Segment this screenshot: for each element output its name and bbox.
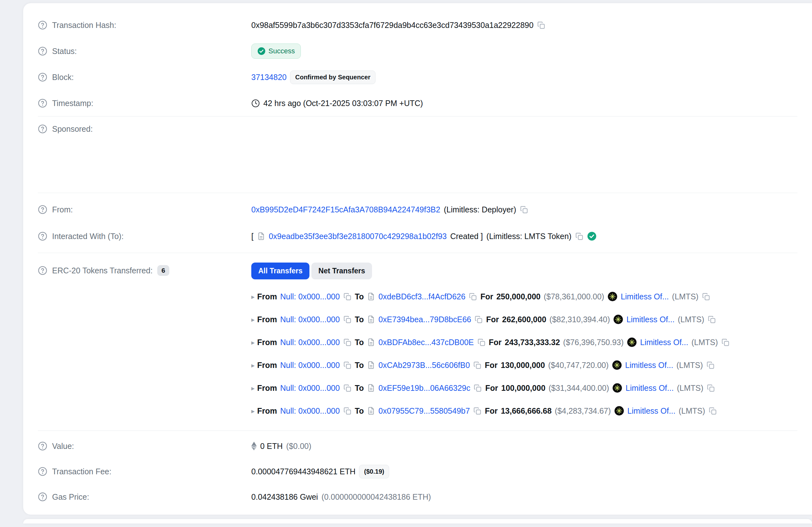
- copy-icon[interactable]: [706, 361, 715, 370]
- copy-icon[interactable]: [708, 315, 716, 324]
- transfer-amount: 13,666,666.68: [501, 406, 551, 416]
- transfer-token-link[interactable]: Limitless Of...: [626, 315, 675, 324]
- gas-price-eth: (0.000000000042438186 ETH): [321, 492, 431, 501]
- copy-icon[interactable]: [343, 338, 352, 347]
- copy-icon[interactable]: [708, 407, 717, 415]
- transfer-token-link[interactable]: Limitless Of...: [625, 361, 673, 370]
- value-label: Value:: [52, 441, 74, 451]
- copy-icon[interactable]: [477, 338, 486, 347]
- token-icon: [627, 337, 637, 347]
- help-icon[interactable]: [38, 231, 47, 241]
- transfer-to-word: To: [355, 292, 364, 301]
- block-row: Block: 37134820 Confirmed by Sequencer: [38, 64, 797, 90]
- transaction-hash-label: Transaction Hash:: [52, 21, 116, 30]
- transfer-for-word: For: [486, 315, 499, 324]
- transfer-row: ▸ From Null: 0x000...000 To 0xEF59e19b..…: [251, 377, 730, 400]
- gas-price-row: Gas Price: 0.042438186 Gwei (0.000000000…: [38, 484, 797, 510]
- status-row: Status: Success: [38, 38, 797, 64]
- expand-arrow-icon: ▸: [251, 339, 255, 346]
- copy-icon[interactable]: [343, 292, 352, 301]
- transfer-from-link[interactable]: Null: 0x000...000: [280, 338, 340, 347]
- token-icon: [612, 360, 622, 370]
- tab-all-transfers[interactable]: All Transfers: [251, 262, 309, 280]
- verified-check-icon: [587, 231, 597, 241]
- expand-arrow-icon: ▸: [251, 293, 255, 300]
- interacted-address-link[interactable]: 0x9eadbe35f3ee3bf3e28180070c429298a1b02f…: [269, 232, 447, 241]
- expand-arrow-icon: ▸: [251, 385, 255, 391]
- transfer-token-link[interactable]: Limitless Of...: [621, 292, 669, 301]
- transfer-from-link[interactable]: Null: 0x000...000: [280, 406, 340, 416]
- transfer-token-symbol: (LMTS): [677, 383, 704, 393]
- transfer-from-link[interactable]: Null: 0x000...000: [280, 315, 340, 324]
- erc20-label: ERC-20 Tokens Transferred:: [52, 266, 153, 275]
- copy-icon[interactable]: [343, 384, 352, 392]
- help-icon[interactable]: [38, 72, 47, 82]
- copy-icon[interactable]: [343, 407, 352, 415]
- eth-icon: [251, 441, 257, 451]
- transfer-token-symbol: (LMTS): [678, 315, 704, 324]
- transfer-from-link[interactable]: Null: 0x000...000: [280, 383, 340, 393]
- expand-arrow-icon: ▸: [251, 362, 255, 368]
- value-row: Value: 0 ETH ($0.00): [38, 433, 797, 459]
- clock-icon: [251, 99, 260, 108]
- help-icon[interactable]: [38, 467, 47, 476]
- transfer-to-link[interactable]: 0xBDFAb8ec...437cDB00E: [378, 338, 474, 347]
- help-icon[interactable]: [38, 492, 47, 501]
- transfer-token-link[interactable]: Limitless Of...: [640, 338, 688, 347]
- transfer-token-link[interactable]: Limitless Of...: [627, 406, 676, 416]
- block-number-link[interactable]: 37134820: [251, 73, 287, 82]
- transaction-details-card: Transaction Hash: 0x98af5599b7a3b6c307d3…: [23, 3, 812, 515]
- value-usd: ($0.00): [286, 441, 311, 451]
- transfer-usd: ($4,283,734.67): [555, 406, 611, 416]
- contract-file-icon: [367, 406, 375, 415]
- copy-icon[interactable]: [343, 361, 352, 370]
- help-icon[interactable]: [38, 46, 47, 56]
- copy-icon[interactable]: [537, 21, 546, 30]
- erc20-count-badge: 6: [157, 265, 169, 276]
- transfer-token-link[interactable]: Limitless Of...: [625, 383, 673, 393]
- help-icon[interactable]: [38, 266, 47, 275]
- timestamp-row: Timestamp: 42 hrs ago (Oct-21-2025 03:03…: [38, 90, 797, 116]
- copy-icon[interactable]: [474, 315, 483, 324]
- help-icon[interactable]: [38, 441, 47, 451]
- contract-file-icon: [367, 383, 375, 392]
- transfer-amount: 130,000,000: [501, 361, 545, 370]
- transfer-amount: 262,600,000: [502, 315, 547, 324]
- transfer-to-link[interactable]: 0xdeBD6cf3...f4AcfD626: [378, 292, 465, 301]
- transfer-amount: 250,000,000: [496, 292, 540, 301]
- transfer-from-link[interactable]: Null: 0x000...000: [280, 292, 340, 301]
- gas-price-gwei: 0.042438186 Gwei: [251, 492, 318, 501]
- transfer-to-link[interactable]: 0xCAb2973B...56c606fB0: [378, 361, 470, 370]
- copy-icon[interactable]: [468, 292, 477, 301]
- transfer-to-link[interactable]: 0xE7394bea...79D8bcE66: [378, 315, 471, 324]
- copy-icon[interactable]: [343, 315, 352, 324]
- help-icon[interactable]: [38, 124, 47, 134]
- transfer-for-word: For: [485, 406, 497, 416]
- copy-icon[interactable]: [702, 292, 710, 301]
- from-address-link[interactable]: 0xB995D2eD4F7242F15cAfa3A708B94A224749f3…: [251, 205, 440, 214]
- transfer-to-word: To: [355, 338, 364, 347]
- sponsored-row: Sponsored:: [38, 117, 797, 193]
- tab-net-transfers[interactable]: Net Transfers: [311, 262, 372, 280]
- transfer-token-symbol: (LMTS): [691, 338, 717, 347]
- copy-icon[interactable]: [575, 232, 584, 241]
- transfer-to-link[interactable]: 0xEF59e19b...06A66329c: [378, 383, 470, 393]
- copy-icon[interactable]: [473, 407, 482, 415]
- copy-icon[interactable]: [473, 384, 482, 392]
- transfer-from-link[interactable]: Null: 0x000...000: [280, 361, 340, 370]
- block-label: Block:: [52, 73, 74, 82]
- copy-icon[interactable]: [473, 361, 482, 370]
- contract-file-icon: [257, 232, 265, 241]
- help-icon[interactable]: [38, 205, 47, 214]
- transfer-to-link[interactable]: 0x07955C79...5580549b7: [378, 406, 470, 416]
- transfer-usd: ($82,310,394.40): [550, 315, 610, 324]
- copy-icon[interactable]: [721, 338, 730, 347]
- transfer-from-word: From: [257, 292, 277, 301]
- help-icon[interactable]: [38, 20, 47, 30]
- copy-icon[interactable]: [707, 384, 715, 392]
- copy-icon[interactable]: [520, 206, 528, 214]
- timestamp-label: Timestamp:: [52, 99, 93, 108]
- transfer-row: ▸ From Null: 0x000...000 To 0xCAb2973B..…: [251, 353, 730, 377]
- help-icon[interactable]: [38, 99, 47, 108]
- transaction-fee-amount: 0.000047769443948621 ETH: [251, 467, 356, 476]
